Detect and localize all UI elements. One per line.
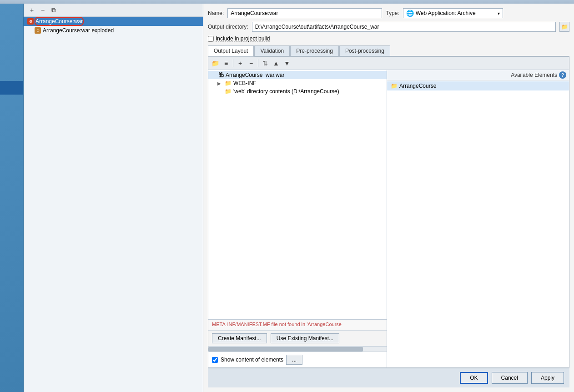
- output-dir-input[interactable]: [252, 22, 556, 32]
- show-content-checkbox[interactable]: [212, 357, 218, 363]
- include-label: Include in project build: [216, 35, 270, 42]
- available-elements-list: 📁 ArrangeCourse: [387, 80, 569, 367]
- left-panel: + − ⧉ ⚙ ArrangeCourse:war ⚙ ArrangeCours…: [24, 4, 203, 392]
- war-icon: ⚙: [27, 18, 34, 25]
- file-tree-label-webinf: WEB-INF: [233, 80, 257, 86]
- horizontal-scrollbar[interactable]: [208, 346, 387, 352]
- type-select-text: Web Application: Archive: [416, 10, 496, 16]
- help-icon[interactable]: ?: [559, 71, 566, 79]
- include-checkbox-row: Include in project build: [208, 35, 569, 42]
- left-panel-toolbar: + − ⧉: [24, 4, 203, 17]
- add-artifact-button[interactable]: +: [27, 5, 36, 15]
- tab-pre-processing[interactable]: Pre-processing: [290, 45, 339, 56]
- ok-button[interactable]: OK: [460, 372, 488, 384]
- scrollbar-thumb: [208, 347, 363, 352]
- output-dir-folder-button[interactable]: 📁: [559, 22, 569, 32]
- show-content-row: Show content of elements ...: [208, 352, 387, 367]
- available-item-label: ArrangeCourse: [399, 83, 436, 89]
- sidebar-highlight: [0, 81, 23, 95]
- manifest-buttons: Create Manifest... Use Existing Manifest…: [208, 330, 387, 346]
- available-elements-header: Available Elements ?: [387, 70, 569, 80]
- available-item-arrange-course[interactable]: 📁 ArrangeCourse: [387, 81, 569, 90]
- tree-item-arrange-war-exploded[interactable]: ⚙ ArrangeCourse:war exploded: [24, 26, 203, 35]
- toolbar-separator-1: [233, 59, 233, 67]
- output-remove-button[interactable]: −: [246, 58, 256, 68]
- output-tree-panel: 🗜 ArrangeCourse_war.war ▶ 📁 WEB-INF 📁 'w…: [208, 70, 387, 367]
- output-add-button[interactable]: +: [235, 58, 245, 68]
- bottom-buttons: OK Cancel Apply: [208, 368, 569, 387]
- tab-output-layout[interactable]: Output Layout: [208, 45, 254, 56]
- war-exploded-icon: ⚙: [35, 27, 41, 34]
- name-row: Name: Type: 🌐 Web Application: Archive ▾: [208, 8, 569, 18]
- available-elements-label: Available Elements: [511, 72, 557, 78]
- output-up-button[interactable]: ▲: [271, 58, 281, 68]
- war-file-icon: 🗜: [218, 72, 224, 78]
- type-label: Type:: [386, 10, 399, 16]
- file-tree-item-war[interactable]: 🗜 ArrangeCourse_war.war: [208, 71, 387, 79]
- show-content-label: Show content of elements: [221, 357, 283, 363]
- apply-button[interactable]: Apply: [531, 372, 564, 384]
- output-dir-label: Output directory:: [208, 24, 248, 30]
- name-label: Name:: [208, 10, 224, 16]
- include-checkbox[interactable]: [208, 36, 214, 42]
- cancel-button[interactable]: Cancel: [492, 372, 528, 384]
- output-add-folder-button[interactable]: 📁: [210, 58, 220, 68]
- split-area: 🗜 ArrangeCourse_war.war ▶ 📁 WEB-INF 📁 'w…: [208, 70, 569, 367]
- create-manifest-button[interactable]: Create Manifest...: [212, 333, 267, 343]
- right-panel: Name: Type: 🌐 Web Application: Archive ▾…: [203, 4, 574, 392]
- file-tree-label-war: ArrangeCourse_war.war: [226, 72, 284, 78]
- project-icon: 📁: [391, 83, 398, 89]
- use-existing-manifest-button[interactable]: Use Existing Manifest...: [271, 333, 339, 343]
- output-toolbar: 📁 ≡ + − ⇅ ▲ ▼: [208, 57, 569, 70]
- remove-artifact-button[interactable]: −: [38, 5, 47, 15]
- folder-icon: 📁: [225, 80, 232, 86]
- name-input[interactable]: [227, 8, 382, 18]
- type-select[interactable]: 🌐 Web Application: Archive ▾: [403, 8, 503, 18]
- type-select-icon: 🌐: [406, 10, 414, 17]
- chevron-down-icon: ▾: [498, 11, 500, 16]
- copy-artifact-button[interactable]: ⧉: [49, 5, 58, 15]
- tree-item-label-arrange-war-exploded: ArrangeCourse:war exploded: [43, 27, 114, 34]
- output-dir-row: Output directory: 📁: [208, 22, 569, 32]
- tab-post-processing[interactable]: Post-processing: [339, 45, 390, 56]
- output-content-area: 📁 ≡ + − ⇅ ▲ ▼ 🗜 ArrangeCo: [208, 56, 569, 368]
- output-down-button[interactable]: ▼: [282, 58, 292, 68]
- status-area: META-INF/MANIFEST.MF file not found in '…: [208, 319, 387, 330]
- output-file-tree: 🗜 ArrangeCourse_war.war ▶ 📁 WEB-INF 📁 'w…: [208, 70, 387, 319]
- folder-icon-2: 📁: [225, 88, 232, 95]
- left-tree: ⚙ ArrangeCourse:war ⚙ ArrangeCourse:war …: [24, 17, 203, 392]
- file-tree-item-webdir[interactable]: 📁 'web' directory contents (D:\ArrangeCo…: [208, 87, 387, 95]
- tabs-container: Output Layout Validation Pre-processing …: [208, 45, 569, 56]
- tree-item-label-arrange-war: ArrangeCourse:war: [35, 18, 83, 25]
- file-tree-label-webdir: 'web' directory contents (D:\ArrangeCour…: [233, 88, 339, 95]
- ellipsis-button[interactable]: ...: [286, 355, 302, 365]
- tree-item-arrange-war[interactable]: ⚙ ArrangeCourse:war: [24, 17, 203, 26]
- available-elements-panel: Available Elements ? 📁 ArrangeCourse: [387, 70, 569, 367]
- tab-validation[interactable]: Validation: [254, 45, 290, 56]
- toolbar-separator-2: [258, 59, 258, 67]
- output-sort-button[interactable]: ⇅: [260, 58, 270, 68]
- expand-icon: ▶: [217, 81, 223, 86]
- sidebar-strip: [0, 4, 24, 392]
- file-tree-item-webinf[interactable]: ▶ 📁 WEB-INF: [208, 79, 387, 87]
- top-bar: [0, 0, 574, 4]
- output-columns-button[interactable]: ≡: [221, 58, 231, 68]
- status-message: META-INF/MANIFEST.MF file not found in '…: [212, 322, 342, 327]
